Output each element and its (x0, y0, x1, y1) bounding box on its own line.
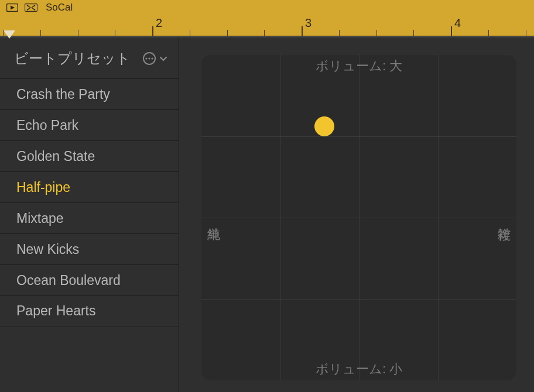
timeline-tick (339, 30, 340, 36)
preset-item[interactable]: Echo Park (0, 109, 179, 140)
timeline-tick (227, 30, 228, 36)
preset-list: Crash the PartyEcho ParkGolden StateHalf… (0, 78, 179, 392)
preset-item[interactable]: Mixtape (0, 202, 179, 233)
preset-item[interactable]: New Kicks (0, 233, 179, 264)
chevron-down-icon (159, 54, 168, 63)
timeline-tick (413, 30, 414, 36)
timeline-tick (190, 30, 190, 36)
xy-label-bottom: ボリューム: 小 (316, 360, 402, 378)
drummer-icon (25, 2, 37, 13)
timeline-tick (115, 30, 115, 36)
timeline-ruler[interactable]: 234 (0, 15, 534, 36)
svg-point-4 (34, 5, 35, 6)
preset-item[interactable]: Paper Hearts (0, 295, 179, 326)
timeline-tick-major (302, 26, 303, 36)
playhead[interactable] (4, 30, 15, 39)
svg-point-9 (151, 57, 153, 59)
timeline-label: 3 (305, 16, 312, 30)
track-title: SoCal (46, 2, 73, 13)
xy-label-top: ボリューム: 大 (316, 57, 402, 75)
preset-item[interactable]: Ocean Boulevard (0, 264, 179, 295)
svg-point-5 (34, 9, 35, 10)
timeline-tick (526, 30, 526, 36)
xy-puck[interactable] (314, 116, 334, 136)
preset-item[interactable]: Half-pipe (0, 171, 179, 202)
svg-rect-1 (25, 4, 37, 12)
svg-point-8 (148, 57, 150, 59)
timeline-label: 4 (454, 16, 461, 30)
preset-menu-button[interactable] (142, 51, 168, 66)
preset-sidebar: ビートプリセット Crash the PartyEcho ParkGolden … (0, 37, 179, 392)
timeline-tick (376, 30, 377, 36)
timeline-tick (488, 30, 489, 36)
xy-pad[interactable]: ボリューム: 大 ボリューム: 小 単純 複雑 (201, 55, 516, 380)
timeline-tick (78, 30, 78, 36)
more-icon (142, 51, 156, 66)
svg-point-3 (27, 9, 28, 10)
timeline-tick-major (451, 26, 452, 36)
sidebar-title: ビートプリセット (14, 49, 131, 68)
timeline-label: 2 (156, 16, 162, 30)
timeline-tick (264, 30, 265, 36)
svg-point-7 (145, 57, 147, 59)
play-icon (6, 2, 19, 13)
preset-item[interactable]: Crash the Party (0, 78, 179, 109)
timeline-tick (40, 30, 41, 36)
preset-item[interactable]: Golden State (0, 140, 179, 171)
svg-point-2 (27, 5, 28, 6)
timeline-tick-major (152, 26, 153, 36)
